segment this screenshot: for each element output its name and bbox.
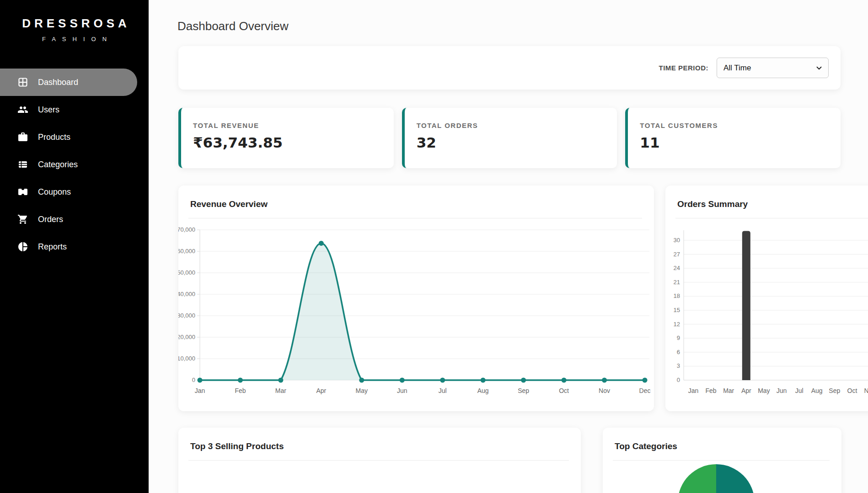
charts-row: Revenue Overview 010,00020,00030,00040,0…	[178, 186, 868, 411]
orders-summary-card: Orders Summary 036912151821242730JanFebM…	[665, 186, 868, 411]
sidebar: DRESSROSA FASHION DashboardUsersProducts…	[0, 0, 149, 493]
svg-text:30: 30	[674, 237, 680, 244]
stat-card-total-customers: TOTAL CUSTOMERS11	[625, 108, 841, 168]
sidebar-item-label: Products	[38, 133, 70, 142]
svg-text:Jun: Jun	[397, 387, 407, 394]
svg-text:50,000: 50,000	[178, 269, 195, 276]
svg-text:21: 21	[674, 279, 680, 286]
svg-text:Feb: Feb	[235, 387, 246, 394]
svg-text:Mar: Mar	[275, 387, 286, 394]
svg-text:Nov: Nov	[599, 387, 610, 394]
svg-text:15: 15	[674, 307, 680, 313]
sidebar-item-categories[interactable]: Categories	[0, 151, 149, 178]
orders-summary-title: Orders Summary	[665, 186, 868, 209]
stat-value: ₹63,743.85	[193, 134, 394, 151]
svg-text:0: 0	[677, 376, 680, 383]
svg-text:24: 24	[674, 265, 680, 271]
stats-row: TOTAL REVENUE₹63,743.85TOTAL ORDERS32TOT…	[178, 108, 841, 168]
users-icon	[17, 104, 28, 115]
svg-text:60,000: 60,000	[178, 248, 195, 254]
svg-text:Jul: Jul	[439, 387, 447, 394]
stat-card-total-revenue: TOTAL REVENUE₹63,743.85	[178, 108, 394, 168]
revenue-overview-card: Revenue Overview 010,00020,00030,00040,0…	[178, 186, 654, 411]
sidebar-nav: DashboardUsersProductsCategoriesCouponsO…	[0, 69, 149, 260]
divider	[613, 460, 830, 461]
time-period-card: TIME PERIOD: All Time	[178, 46, 841, 90]
svg-text:12: 12	[674, 321, 680, 328]
svg-text:70,000: 70,000	[178, 226, 195, 233]
svg-text:Jan: Jan	[688, 387, 699, 394]
divider	[675, 218, 868, 218]
sidebar-item-label: Dashboard	[38, 78, 78, 87]
top-categories-title: Top Categories	[603, 428, 841, 451]
stat-label: TOTAL REVENUE	[193, 122, 394, 129]
svg-text:Aug: Aug	[477, 387, 489, 394]
stat-label: TOTAL ORDERS	[417, 122, 617, 129]
top-categories-card: Top Categories	[603, 428, 841, 493]
stat-label: TOTAL CUSTOMERS	[640, 122, 841, 129]
categories-table-icon	[17, 159, 28, 170]
svg-text:Sep: Sep	[518, 387, 529, 394]
brand-logo: DRESSROSA FASHION	[0, 0, 149, 42]
reports-pie-icon	[17, 241, 28, 252]
sidebar-item-dashboard[interactable]: Dashboard	[0, 69, 137, 96]
svg-text:0: 0	[192, 376, 195, 383]
page-title: Dashboard Overview	[149, 0, 868, 33]
top-products-title: Top 3 Selling Products	[178, 428, 581, 451]
orders-cart-icon	[17, 214, 28, 225]
coupons-ticket-icon	[17, 186, 28, 197]
svg-text:10,000: 10,000	[178, 355, 195, 362]
svg-text:May: May	[356, 387, 368, 394]
svg-text:3: 3	[677, 362, 680, 369]
divider	[188, 460, 569, 461]
svg-text:Mar: Mar	[723, 387, 734, 394]
svg-text:Apr: Apr	[741, 387, 751, 394]
sidebar-item-label: Categories	[38, 160, 78, 170]
svg-text:Apr: Apr	[316, 387, 326, 394]
svg-text:18: 18	[674, 292, 680, 299]
svg-text:27: 27	[674, 251, 680, 258]
svg-text:6: 6	[677, 349, 680, 355]
svg-text:40,000: 40,000	[178, 291, 195, 297]
revenue-line-chart-svg: 010,00020,00030,00040,00050,00060,00070,…	[178, 224, 654, 400]
svg-text:Jun: Jun	[777, 387, 787, 394]
sidebar-item-label: Orders	[38, 215, 63, 224]
svg-text:May: May	[758, 387, 770, 394]
svg-text:Jul: Jul	[795, 387, 804, 394]
sidebar-item-products[interactable]: Products	[0, 123, 149, 151]
main-content: Dashboard Overview TIME PERIOD: All Time…	[149, 0, 868, 493]
top-categories-pie-chart	[678, 464, 755, 493]
orders-bar-chart: 036912151821242730JanFebMarAprMayJunJulA…	[665, 224, 868, 402]
svg-text:Aug: Aug	[811, 387, 823, 394]
sidebar-item-label: Coupons	[38, 187, 71, 197]
stat-value: 11	[640, 134, 841, 151]
time-period-label: TIME PERIOD:	[659, 64, 708, 72]
bottom-row: Top 3 Selling Products Top Categories	[178, 428, 868, 493]
svg-text:20,000: 20,000	[178, 334, 195, 340]
products-briefcase-icon	[17, 132, 28, 143]
top-products-card: Top 3 Selling Products	[178, 428, 581, 493]
revenue-line-chart: 010,00020,00030,00040,00050,00060,00070,…	[178, 224, 654, 402]
sidebar-item-label: Users	[38, 105, 59, 115]
svg-text:Feb: Feb	[706, 387, 717, 394]
svg-text:Oct: Oct	[847, 387, 857, 394]
svg-text:Dec: Dec	[639, 387, 651, 394]
brand-tagline: FASHION	[0, 36, 149, 42]
svg-text:Nov: Nov	[864, 387, 868, 394]
sidebar-item-users[interactable]: Users	[0, 96, 149, 123]
sidebar-item-orders[interactable]: Orders	[0, 206, 149, 233]
sidebar-item-coupons[interactable]: Coupons	[0, 178, 149, 206]
stat-card-total-orders: TOTAL ORDERS32	[402, 108, 617, 168]
svg-text:Oct: Oct	[559, 387, 569, 394]
svg-text:30,000: 30,000	[178, 312, 195, 319]
orders-bar-chart-svg: 036912151821242730JanFebMarAprMayJunJulA…	[665, 224, 868, 400]
sidebar-item-reports[interactable]: Reports	[0, 233, 149, 260]
dashboard-grid-icon	[17, 77, 28, 88]
revenue-overview-title: Revenue Overview	[178, 186, 654, 209]
divider	[188, 218, 642, 218]
svg-text:9: 9	[677, 334, 680, 341]
brand-name: DRESSROSA	[0, 16, 149, 31]
time-period-select-wrap: All Time	[717, 58, 829, 78]
time-period-select[interactable]: All Time	[717, 58, 829, 78]
svg-text:Jan: Jan	[195, 387, 205, 394]
